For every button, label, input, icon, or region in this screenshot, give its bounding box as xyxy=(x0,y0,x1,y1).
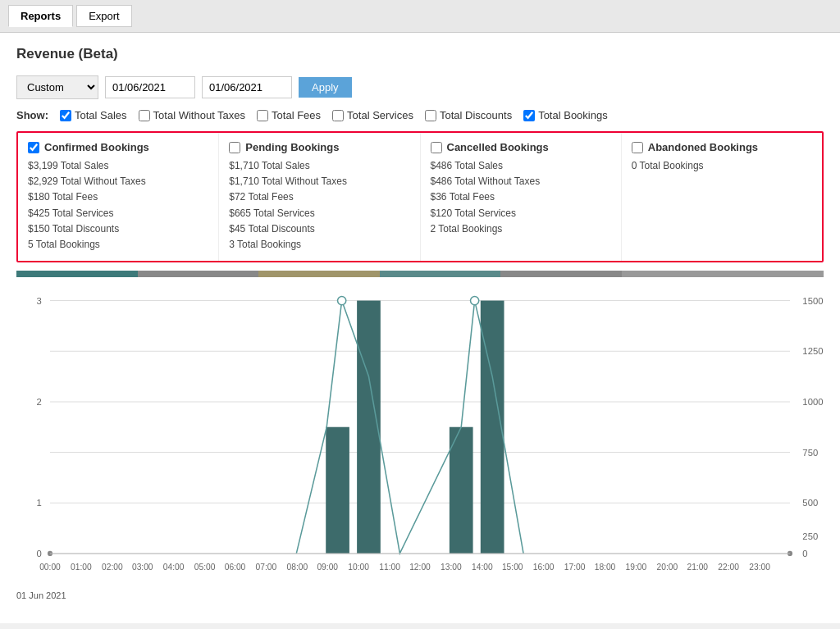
confirmed-bookings-card: Confirmed Bookings $3,199 Total Sales $2… xyxy=(18,133,219,261)
confirmed-bookings-header: Confirmed Bookings xyxy=(28,141,208,153)
date-from-input[interactable] xyxy=(105,76,195,98)
svg-text:0: 0 xyxy=(802,549,807,558)
svg-text:250: 250 xyxy=(802,532,818,542)
checkbox-total-sales[interactable]: Total Sales xyxy=(60,109,127,121)
show-label: Show: xyxy=(16,109,48,121)
pending-without-taxes: $1,710 Total Without Taxes xyxy=(229,174,409,189)
svg-text:0: 0 xyxy=(36,549,41,558)
cancelled-total-bookings: 2 Total Bookings xyxy=(431,221,611,237)
cancelled-bookings-checkbox[interactable] xyxy=(431,142,442,153)
revenue-chart: 3 2 1 0 1500 1250 1000 750 500 250 0 xyxy=(16,284,824,587)
pending-bookings-checkbox[interactable] xyxy=(229,142,240,153)
pending-bookings-header: Pending Bookings xyxy=(229,141,409,153)
cancelled-total-services: $120 Total Services xyxy=(431,206,611,221)
pending-total-sales: $1,710 Total Sales xyxy=(229,158,409,174)
svg-text:14:00: 14:00 xyxy=(472,563,493,572)
svg-text:01:00: 01:00 xyxy=(71,563,92,572)
svg-text:09:00: 09:00 xyxy=(317,563,338,572)
confirmed-total-bookings: 5 Total Bookings xyxy=(28,237,208,253)
date-to-input[interactable] xyxy=(202,76,292,98)
svg-text:06:00: 06:00 xyxy=(225,563,246,572)
svg-text:21:00: 21:00 xyxy=(687,563,708,572)
svg-text:08:00: 08:00 xyxy=(287,563,308,572)
svg-text:00:00: 00:00 xyxy=(39,563,61,572)
svg-text:17:00: 17:00 xyxy=(564,563,586,572)
svg-text:1: 1 xyxy=(36,498,41,508)
checkbox-total-without-taxes[interactable]: Total Without Taxes xyxy=(139,109,245,121)
tab-export[interactable]: Export xyxy=(76,5,132,27)
chart-date-label: 01 Jun 2021 xyxy=(16,590,824,600)
tab-reports[interactable]: Reports xyxy=(8,5,73,27)
apply-button[interactable]: Apply xyxy=(299,77,352,98)
confirmed-without-taxes: $2,929 Total Without Taxes xyxy=(28,174,208,189)
svg-text:12:00: 12:00 xyxy=(409,563,431,572)
svg-text:3: 3 xyxy=(36,296,41,306)
confirmed-total-fees: $180 Total Fees xyxy=(28,189,208,205)
svg-text:10:00: 10:00 xyxy=(348,563,369,572)
confirmed-bookings-checkbox[interactable] xyxy=(28,142,39,153)
peak-dot-2 xyxy=(471,297,479,305)
pending-total-fees: $72 Total Fees xyxy=(229,189,409,205)
cancelled-bookings-header: Cancelled Bookings xyxy=(431,141,611,153)
svg-text:1500: 1500 xyxy=(802,296,823,306)
chart-svg: 3 2 1 0 1500 1250 1000 750 500 250 0 xyxy=(16,284,824,587)
svg-text:02:00: 02:00 xyxy=(102,563,123,572)
chart-color-bar xyxy=(16,271,824,277)
chart-container: 3 2 1 0 1500 1250 1000 750 500 250 0 xyxy=(16,284,824,595)
pending-total-services: $665 Total Services xyxy=(229,206,409,221)
abandoned-bookings-checkbox[interactable] xyxy=(632,142,643,153)
abandoned-bookings-card: Abandoned Bookings 0 Total Bookings xyxy=(622,133,822,261)
confirmed-total-sales: $3,199 Total Sales xyxy=(28,158,208,174)
svg-text:13:00: 13:00 xyxy=(441,563,462,572)
pending-bookings-card: Pending Bookings $1,710 Total Sales $1,7… xyxy=(219,133,420,261)
svg-text:2: 2 xyxy=(36,397,41,407)
cancelled-total-sales: $486 Total Sales xyxy=(431,158,611,174)
svg-text:19:00: 19:00 xyxy=(626,563,647,572)
pending-total-bookings: 3 Total Bookings xyxy=(229,237,409,253)
svg-text:1000: 1000 xyxy=(802,397,823,407)
checkbox-total-services[interactable]: Total Services xyxy=(332,109,413,121)
booking-cards-container: Confirmed Bookings $3,199 Total Sales $2… xyxy=(16,131,824,262)
svg-text:500: 500 xyxy=(802,498,818,508)
main-content: Revenue (Beta) Custom Today Yesterday Th… xyxy=(0,33,840,623)
svg-text:04:00: 04:00 xyxy=(163,563,185,572)
checkbox-total-bookings[interactable]: Total Bookings xyxy=(523,109,608,121)
cancelled-without-taxes: $486 Total Without Taxes xyxy=(431,174,611,189)
svg-text:15:00: 15:00 xyxy=(502,563,523,572)
checkbox-total-discounts[interactable]: Total Discounts xyxy=(425,109,512,121)
date-range-select[interactable]: Custom Today Yesterday This Week Last We… xyxy=(16,75,98,99)
svg-text:20:00: 20:00 xyxy=(657,563,678,572)
cancelled-bookings-card: Cancelled Bookings $486 Total Sales $486… xyxy=(421,133,622,261)
svg-text:11:00: 11:00 xyxy=(379,563,400,572)
page-title: Revenue (Beta) xyxy=(16,46,824,62)
abandoned-bookings-header: Abandoned Bookings xyxy=(632,141,812,153)
svg-text:22:00: 22:00 xyxy=(718,563,739,572)
pending-total-discounts: $45 Total Discounts xyxy=(229,221,409,237)
checkbox-total-fees[interactable]: Total Fees xyxy=(257,109,321,121)
svg-text:18:00: 18:00 xyxy=(595,563,616,572)
svg-text:03:00: 03:00 xyxy=(132,563,153,572)
svg-text:750: 750 xyxy=(802,448,818,458)
svg-text:16:00: 16:00 xyxy=(533,563,555,572)
bar-09 xyxy=(326,427,349,554)
confirmed-total-discounts: $150 Total Discounts xyxy=(28,221,208,237)
show-filters-row: Show: Total Sales Total Without Taxes To… xyxy=(16,109,824,121)
filter-row: Custom Today Yesterday This Week Last We… xyxy=(16,75,824,99)
top-navigation: Reports Export xyxy=(0,0,840,33)
peak-dot-1 xyxy=(338,297,346,305)
bar-10 xyxy=(357,301,381,554)
svg-text:23:00: 23:00 xyxy=(749,563,770,572)
abandoned-total-bookings: 0 Total Bookings xyxy=(632,158,812,174)
svg-text:07:00: 07:00 xyxy=(256,563,277,572)
svg-text:05:00: 05:00 xyxy=(194,563,216,572)
cancelled-total-fees: $36 Total Fees xyxy=(431,189,611,205)
bar-13 xyxy=(450,427,473,554)
confirmed-total-services: $425 Total Services xyxy=(28,206,208,221)
svg-text:1250: 1250 xyxy=(802,346,823,356)
